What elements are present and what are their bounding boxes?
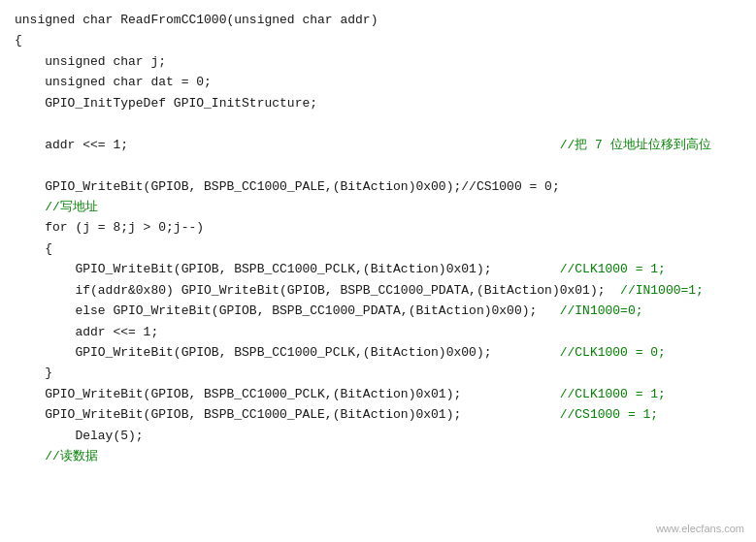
code-line: } [15, 363, 741, 383]
code-line: GPIO_InitTypeDef GPIO_InitStructure; [15, 93, 741, 113]
code-line: GPIO_WriteBit(GPIOB, BSPB_CC1000_PALE,(B… [15, 404, 741, 425]
code-line: //写地址 [15, 197, 741, 217]
code-line: else GPIO_WriteBit(GPIOB, BSPB_CC1000_PD… [15, 301, 741, 321]
code-line: //读数据 [15, 446, 741, 466]
code-block: unsigned char ReadFromCC1000(unsigned ch… [15, 10, 741, 467]
code-line [15, 113, 741, 134]
code-line: for (j = 8;j > 0;j--) [15, 217, 741, 238]
code-line: addr <<= 1; [15, 322, 741, 342]
code-line: GPIO_WriteBit(GPIOB, BSPB_CC1000_PALE,(B… [15, 176, 741, 197]
code-line: { [15, 30, 741, 50]
code-line: GPIO_WriteBit(GPIOB, BSPB_CC1000_PCLK,(B… [15, 342, 741, 363]
code-line: Delay(5); [15, 426, 741, 446]
code-line: unsigned char dat = 0; [15, 72, 741, 92]
code-line: unsigned char ReadFromCC1000(unsigned ch… [15, 10, 741, 30]
watermark: www.elecfans.com [656, 523, 744, 534]
code-container: unsigned char ReadFromCC1000(unsigned ch… [0, 0, 756, 542]
code-line: addr <<= 1; //把 7 位地址位移到高位 [15, 135, 741, 155]
code-line: unsigned char j; [15, 51, 741, 72]
code-line [15, 155, 741, 175]
code-line: GPIO_WriteBit(GPIOB, BSPB_CC1000_PCLK,(B… [15, 259, 741, 279]
code-line: { [15, 239, 741, 259]
code-line: GPIO_WriteBit(GPIOB, BSPB_CC1000_PCLK,(B… [15, 384, 741, 404]
code-line: if(addr&0x80) GPIO_WriteBit(GPIOB, BSPB_… [15, 280, 741, 301]
